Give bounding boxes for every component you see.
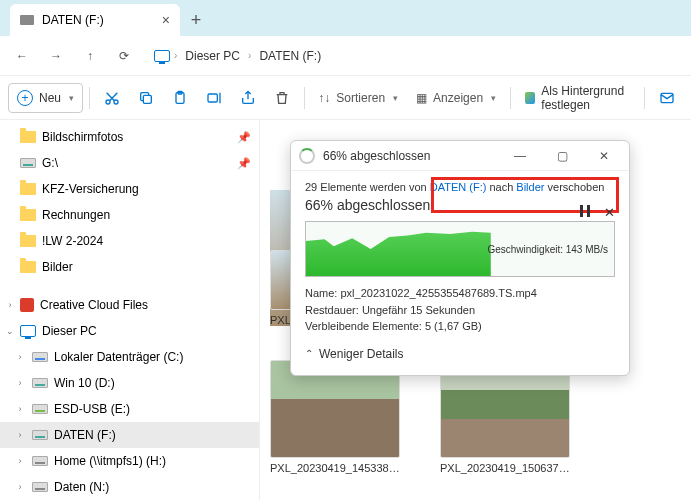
chevron-right-icon: › <box>174 50 177 61</box>
sidebar-label: Dieser PC <box>42 324 97 338</box>
delete-button[interactable] <box>266 83 298 113</box>
forward-button[interactable]: → <box>42 42 70 70</box>
cut-button[interactable] <box>96 83 128 113</box>
fewer-details-button[interactable]: ⌃ Weniger Details <box>305 347 615 361</box>
chevron-right-icon[interactable]: › <box>14 482 26 492</box>
folder-icon <box>20 209 36 221</box>
chevron-down-icon: ▾ <box>491 93 496 103</box>
percent-complete: 66% abgeschlossen <box>305 197 615 213</box>
sidebar-label: Lokaler Datenträger (C:) <box>54 350 183 364</box>
view-label: Anzeigen <box>433 91 483 105</box>
sidebar-item-bildschirmfotos[interactable]: Bildschirmfotos📌 <box>0 124 259 150</box>
rename-button[interactable] <box>198 83 230 113</box>
drive-icon <box>32 430 48 440</box>
sidebar-item-g[interactable]: G:\📌 <box>0 150 259 176</box>
dialog-titlebar[interactable]: 66% abgeschlossen — ▢ ✕ <box>291 141 629 171</box>
mail-button[interactable] <box>651 83 683 113</box>
sidebar-item-kfz[interactable]: KFZ-Versicherung <box>0 176 259 202</box>
sort-button[interactable]: ↑↓ Sortieren ▾ <box>310 83 406 113</box>
pause-button[interactable] <box>580 205 590 217</box>
file-name: PXL_20230419_150637065.jpg <box>440 462 570 474</box>
sidebar-item-drive-d[interactable]: ›Win 10 (D:) <box>0 370 259 396</box>
dialog-title: 66% abgeschlossen <box>323 149 430 163</box>
chevron-right-icon[interactable]: › <box>14 404 26 414</box>
sidebar-label: KFZ-Versicherung <box>42 182 139 196</box>
sidebar-label: ESD-USB (E:) <box>54 402 130 416</box>
speed-label: Geschwindigkeit: 143 MB/s <box>487 244 608 255</box>
transfer-details: Name: pxl_20231022_4255355487689.TS.mp4 … <box>305 285 615 335</box>
separator <box>89 87 90 109</box>
paste-button[interactable] <box>164 83 196 113</box>
chevron-right-icon[interactable]: › <box>14 378 26 388</box>
chevron-right-icon: › <box>248 50 251 61</box>
chevron-right-icon[interactable]: › <box>14 456 26 466</box>
close-button[interactable]: ✕ <box>587 144 621 168</box>
file-item[interactable]: PXL_20230419_150637065.jpg <box>440 360 570 474</box>
sidebar-item-bilder[interactable]: Bilder <box>0 254 259 280</box>
new-tab-button[interactable]: + <box>180 4 212 36</box>
dest-link[interactable]: Bilder <box>516 181 544 193</box>
drive-icon <box>32 482 48 492</box>
chevron-right-icon[interactable]: › <box>14 352 26 362</box>
folder-icon <box>20 131 36 143</box>
sidebar-item-drive-c[interactable]: ›Lokaler Datenträger (C:) <box>0 344 259 370</box>
maximize-button[interactable]: ▢ <box>545 144 579 168</box>
chevron-down-icon: ▾ <box>393 93 398 103</box>
file-name: PXL_20230419_145338592.jpg <box>270 462 400 474</box>
drive-icon <box>32 404 48 414</box>
chevron-right-icon[interactable]: › <box>14 430 26 440</box>
sidebar: Bildschirmfotos📌 G:\📌 KFZ-Versicherung R… <box>0 120 260 500</box>
graph-fill <box>306 222 491 276</box>
sidebar-label: Bilder <box>42 260 73 274</box>
sidebar-item-drive-n[interactable]: ›Daten (N:) <box>0 474 259 500</box>
progress-ring-icon <box>299 148 315 164</box>
share-button[interactable] <box>232 83 264 113</box>
folder-icon <box>20 261 36 273</box>
new-label: Neu <box>39 91 61 105</box>
source-link[interactable]: DATEN (F:) <box>430 181 487 193</box>
refresh-button[interactable]: ⟳ <box>110 42 138 70</box>
chevron-right-icon[interactable]: › <box>4 300 16 310</box>
view-button[interactable]: ▦ Anzeigen ▾ <box>408 83 504 113</box>
sidebar-item-drive-f[interactable]: ›DATEN (F:) <box>0 422 259 448</box>
sidebar-label: Bildschirmfotos <box>42 130 123 144</box>
sort-icon: ↑↓ <box>318 91 330 105</box>
sidebar-label: Daten (N:) <box>54 480 109 494</box>
monitor-icon <box>154 50 170 62</box>
separator <box>510 87 511 109</box>
up-button[interactable]: ↑ <box>76 42 104 70</box>
toolbar: + Neu ▾ ↑↓ Sortieren ▾ ▦ Anzeigen ▾ Als … <box>0 76 691 120</box>
drive-icon <box>32 378 48 388</box>
breadcrumb-item[interactable]: DATEN (F:) <box>255 47 325 65</box>
sidebar-item-pc[interactable]: ⌄Dieser PC <box>0 318 259 344</box>
separator <box>304 87 305 109</box>
window-tab[interactable]: DATEN (F:) × <box>10 4 180 36</box>
close-tab-icon[interactable]: × <box>162 12 170 28</box>
copy-button[interactable] <box>130 83 162 113</box>
pin-icon: 📌 <box>237 131 251 144</box>
minimize-button[interactable]: — <box>503 144 537 168</box>
svg-rect-5 <box>208 94 217 102</box>
plus-circle-icon: + <box>17 90 33 106</box>
sidebar-item-rechnungen[interactable]: Rechnungen <box>0 202 259 228</box>
sidebar-item-drive-e[interactable]: ›ESD-USB (E:) <box>0 396 259 422</box>
back-button[interactable]: ← <box>8 42 36 70</box>
file-item[interactable]: PXL_20230419_145338592.jpg <box>270 360 400 474</box>
chevron-down-icon: ▾ <box>69 93 74 103</box>
new-button[interactable]: + Neu ▾ <box>8 83 83 113</box>
sidebar-item-creative[interactable]: ›Creative Cloud Files <box>0 292 259 318</box>
folder-icon <box>20 235 36 247</box>
cancel-button[interactable]: ✕ <box>604 205 615 220</box>
drive-icon <box>20 15 34 25</box>
sidebar-item-drive-h[interactable]: ›Home (\\itmpfs1) (H:) <box>0 448 259 474</box>
sidebar-item-lw[interactable]: !LW 2-2024 <box>0 228 259 254</box>
drive-icon <box>32 352 48 362</box>
chevron-down-icon[interactable]: ⌄ <box>4 326 16 336</box>
folder-icon <box>20 183 36 195</box>
breadcrumb[interactable]: › Dieser PC › DATEN (F:) <box>154 47 325 65</box>
svg-rect-2 <box>143 95 151 103</box>
sidebar-label: Win 10 (D:) <box>54 376 115 390</box>
wallpaper-button[interactable]: Als Hintergrund festlegen <box>517 83 639 113</box>
sidebar-label: G:\ <box>42 156 58 170</box>
breadcrumb-item[interactable]: Dieser PC <box>181 47 244 65</box>
